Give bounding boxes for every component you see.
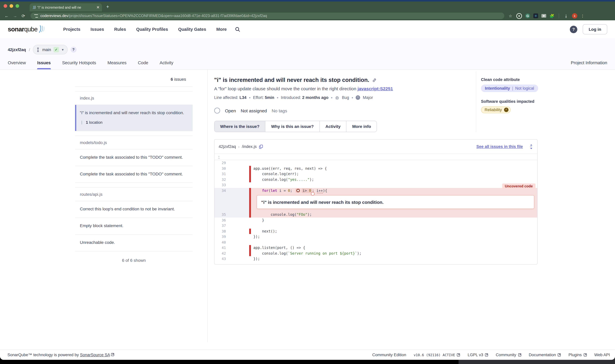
issue-status-row: Open Not assigned No tags: [214, 108, 476, 114]
tab-activity[interactable]: Activity: [320, 121, 346, 132]
expand-up-icon[interactable]: ↑: [218, 155, 220, 159]
tags[interactable]: No tags: [272, 108, 287, 113]
forward-icon[interactable]: →: [11, 13, 19, 18]
expand-lines-row: ↑: [215, 154, 537, 160]
issue-locations[interactable]: ⋮ 1 location: [80, 119, 188, 125]
extensions-puzzle-icon[interactable]: 🧩: [549, 13, 554, 18]
gap: [193, 70, 207, 342]
tab-activity[interactable]: Activity: [160, 60, 173, 69]
code-file-crumb[interactable]: /index.js: [242, 144, 257, 149]
issue-list-item[interactable]: Complete the task associated to this "TO…: [75, 149, 193, 166]
maximize-window-button[interactable]: [15, 4, 19, 8]
code-line[interactable]: 42 console.log(`Server running on port $…: [215, 251, 537, 256]
help-icon[interactable]: ?: [570, 26, 577, 33]
lgpl-link[interactable]: LGPL v3: [468, 353, 488, 357]
assignee[interactable]: Not assigned: [241, 108, 267, 113]
sonarqube-logo[interactable]: sonarqube: [8, 26, 45, 33]
close-window-button[interactable]: [4, 4, 7, 8]
code-line[interactable]: 30app.use((err, req, res, next) => {: [215, 166, 537, 171]
code-line[interactable]: 36 }: [215, 217, 537, 223]
nav-quality-gates[interactable]: Quality Gates: [178, 27, 206, 32]
see-all-issues-link[interactable]: See all issues in this file: [476, 144, 523, 149]
address-bar[interactable]: codereviews.dev/project/issues?issueStat…: [30, 13, 504, 19]
issue-list-item[interactable]: "i" is incremented and will never reach …: [75, 105, 193, 131]
browser-tab[interactable]: "i" is incremented and will ne ✕: [30, 3, 102, 11]
code-line[interactable]: 31 console.log(err);: [215, 171, 537, 177]
code-line[interactable]: 33Uncovered code: [215, 182, 537, 188]
issue-list-item[interactable]: Empty block statement.: [75, 218, 193, 234]
url-path: /project/issues?issueStatuses=OPEN%2CCON…: [68, 14, 267, 18]
nav-more[interactable]: More: [216, 27, 227, 32]
tab-code[interactable]: Code: [138, 60, 148, 69]
tab-measures[interactable]: Measures: [107, 60, 126, 69]
external-link-icon: [518, 353, 521, 357]
code-line[interactable]: 43});: [215, 256, 537, 262]
tab-where-is-the-issue[interactable]: Where is the issue?: [215, 121, 265, 132]
attribute-badge[interactable]: Intentionality | Not logical: [481, 85, 538, 92]
reliability-badge[interactable]: Reliability ⌃: [481, 106, 511, 113]
issues-shown-count: 6 of 6 shown: [75, 251, 193, 269]
extension-grammarly-icon[interactable]: G: [525, 13, 530, 18]
code-line[interactable]: 35 console.log("FOo");: [215, 212, 537, 217]
site-info-icon[interactable]: [34, 14, 38, 17]
back-icon[interactable]: ←: [3, 13, 10, 18]
extension-react-icon[interactable]: ⚛: [533, 13, 538, 18]
nav-rules[interactable]: Rules: [114, 27, 126, 32]
plugins-link[interactable]: Plugins: [569, 353, 587, 357]
external-link-icon: [485, 353, 488, 357]
bookmark-star-icon[interactable]: ☆: [508, 13, 513, 18]
issue-message-box[interactable]: "i" is incremented and will never reach …: [257, 195, 534, 209]
code-line[interactable]: 32 console.log("yes.....");: [215, 177, 537, 182]
version-link[interactable]: v10.6 (92116) ACTIVE: [414, 353, 460, 357]
tab-issues[interactable]: Issues: [37, 60, 51, 69]
documentation-link[interactable]: Documentation: [529, 353, 561, 357]
tab-more-info[interactable]: More info: [346, 121, 377, 132]
tab-overview[interactable]: Overview: [8, 60, 26, 69]
minimize-window-button[interactable]: [10, 4, 13, 8]
status-circle-icon[interactable]: [214, 108, 220, 114]
login-button[interactable]: Log in: [583, 24, 607, 34]
reload-icon[interactable]: ⟳: [20, 13, 27, 18]
rule-link[interactable]: javascript:S2251: [358, 86, 393, 91]
code-line-issue[interactable]: 34 for(let i = 0; i> 0; i++){: [215, 188, 537, 193]
downloads-icon[interactable]: ⭳: [563, 13, 569, 18]
copy-icon[interactable]: [259, 144, 263, 149]
header-right: ? Log in: [570, 24, 607, 34]
new-tab-icon[interactable]: +: [106, 4, 109, 10]
community-link[interactable]: Community: [496, 353, 521, 357]
close-tab-icon[interactable]: ✕: [96, 5, 100, 9]
code-line[interactable]: 29: [215, 160, 537, 166]
nav-projects[interactable]: Projects: [63, 27, 80, 32]
issue-location-marker: [311, 192, 315, 195]
issue-panel: "i" is incremented and will never reach …: [208, 70, 615, 342]
branch-selector[interactable]: main ✓ ▼: [33, 45, 68, 54]
expand-updown-icon[interactable]: [530, 144, 533, 149]
nav-issues[interactable]: Issues: [91, 27, 104, 32]
web-api-link[interactable]: Web API: [594, 353, 610, 357]
code-project-crumb[interactable]: 42jzxf2aq: [219, 144, 236, 149]
breadcrumb-project[interactable]: 42jzxf2aq: [8, 47, 26, 52]
extension-target-icon[interactable]: [516, 13, 522, 19]
code-line[interactable]: 38 next();: [215, 228, 537, 234]
extension-camera-icon[interactable]: [541, 14, 546, 18]
issue-list-item[interactable]: Complete the task associated to this "TO…: [75, 166, 193, 182]
issue-list-item[interactable]: Correct this loop's end condition to not…: [75, 201, 193, 218]
profile-avatar[interactable]: k: [572, 13, 577, 19]
issues-sidebar: 6 issues index.js "i" is incremented and…: [75, 70, 193, 342]
tab-why-is-this-an-issue[interactable]: Why is this an issue?: [265, 121, 320, 132]
code-line[interactable]: 37: [215, 223, 537, 228]
screen: "i" is incremented and will ne ✕ + ← → ⟳…: [0, 0, 615, 364]
nav-quality-profiles[interactable]: Quality Profiles: [136, 27, 168, 32]
project-information-link[interactable]: Project Information: [571, 60, 607, 65]
sonarsource-link[interactable]: SonarSource SA: [80, 353, 110, 357]
code-line[interactable]: 39});: [215, 234, 537, 240]
browser-menu-icon[interactable]: ⋮: [581, 13, 585, 18]
permalink-icon[interactable]: [372, 78, 377, 82]
search-icon[interactable]: [235, 27, 240, 32]
branch-help-icon[interactable]: ?: [70, 47, 76, 52]
status-open[interactable]: Open: [225, 108, 236, 113]
tab-security-hotspots[interactable]: Security Hotspots: [62, 60, 96, 69]
issue-list-item[interactable]: Unreachable code.: [75, 234, 193, 251]
code-line[interactable]: 40: [215, 240, 537, 245]
code-line[interactable]: 41app.listen(port, () => {: [215, 245, 537, 251]
